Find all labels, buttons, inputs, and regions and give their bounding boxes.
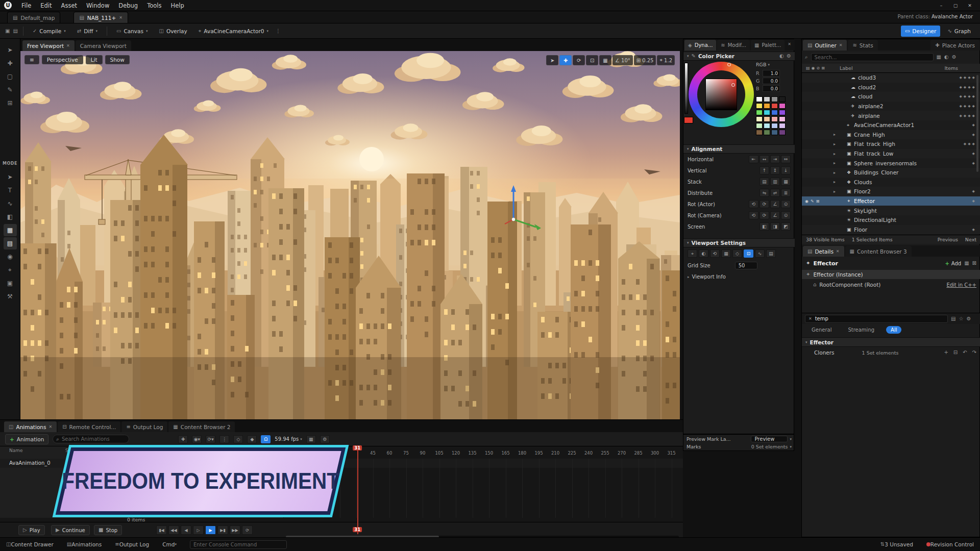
overlay-button[interactable]: ◫ Overlay (155, 26, 191, 37)
close-icon[interactable]: ✕ (48, 424, 52, 429)
gear-icon[interactable]: ⚙ (952, 55, 957, 60)
color-swatch[interactable] (779, 116, 786, 122)
outliner-row-AvaCineCameraActor1[interactable]: ⌖AvaCineCameraActor1◈ (802, 120, 980, 130)
filter-tracks-icon[interactable]: ✚ (178, 435, 188, 443)
filter-tab-all[interactable]: All (886, 326, 901, 334)
instance-row[interactable]: ✦ Effector (Instance) (802, 270, 980, 279)
animations-status-button[interactable]: ▤ Animations (67, 541, 102, 547)
viewport-menu-button[interactable]: ≡ (24, 55, 39, 64)
scale-icon[interactable]: ⊡ (586, 55, 598, 65)
transport-button[interactable]: ▶ (205, 525, 216, 535)
move-icon[interactable]: ✚ (559, 55, 572, 65)
outliner-search-input[interactable] (811, 53, 934, 61)
rgb-mode[interactable]: RGB ▾ (756, 62, 770, 67)
gear-icon[interactable]: ⚙ (966, 316, 971, 321)
gear-icon[interactable]: ⚙ (787, 54, 791, 59)
alignment-button[interactable]: ◩ (781, 222, 791, 231)
transport-button[interactable]: ▶▶ (230, 525, 240, 535)
rotate-icon[interactable]: ⟳ (573, 55, 585, 65)
color-picker-header[interactable]: ▾ ✎ Color Picker ◐ ⚙ (683, 52, 795, 61)
unreal-logo-icon[interactable]: U (4, 2, 12, 9)
viewport-tab[interactable]: Camera Viewport (76, 40, 131, 51)
outliner-row-cloud3[interactable]: ☁cloud3◈◈◈◈ (802, 73, 980, 83)
sv-selector[interactable] (731, 83, 735, 87)
play-button[interactable]: ▷Play (18, 525, 45, 535)
continue-button[interactable]: ▶Continue (51, 525, 90, 535)
expand-icon[interactable]: ▸ (834, 152, 839, 156)
hue-selector[interactable] (727, 63, 731, 66)
eye-icon[interactable]: ◉ (805, 199, 808, 204)
refresh-icon[interactable]: ⟳▾ (206, 435, 215, 443)
alignment-button[interactable]: ⟲ (749, 211, 758, 219)
cmd-dropdown[interactable]: Cmd▾ (162, 541, 177, 547)
angle-snap-icon[interactable]: ∠10° (612, 55, 633, 65)
compile-button[interactable]: ✓ Compile▾ (29, 26, 70, 37)
viewport-info-row[interactable]: ▸ Viewport Info (688, 274, 726, 280)
snap-magnet-icon[interactable]: Ω (261, 435, 271, 443)
expand-icon[interactable]: ▸ (834, 142, 839, 146)
alignment-header[interactable]: ▾Alignment (683, 144, 795, 154)
outliner-row-Effector[interactable]: ◉✎⊠✦Effector◈ (802, 196, 980, 206)
color-swatch[interactable] (756, 96, 763, 102)
camera-actor-button[interactable]: ⌖ AvaCineCameraActor0▾ (194, 26, 273, 37)
outliner-row-Floor2[interactable]: ▸▣Floor2◈ (802, 187, 980, 196)
alignment-button[interactable]: ▥ (770, 178, 780, 186)
bottom-tab[interactable]: ⊟Remote Control... (58, 421, 120, 432)
color-swatch[interactable] (779, 96, 786, 102)
fps-dropdown[interactable]: 59.94 fps▾ (275, 436, 302, 442)
camera-speed-icon[interactable]: ⌖1.2 (657, 55, 675, 65)
add-component-button[interactable]: +Add (945, 261, 961, 266)
document-tab[interactable]: ▤NAB_111+✕ (74, 12, 128, 23)
bottom-tab[interactable]: ◫Animations✕ (4, 421, 57, 432)
maximize-button[interactable]: ▢ (949, 1, 962, 10)
close-button[interactable]: ✕ (964, 1, 976, 10)
save-icon[interactable]: ▣ (5, 29, 10, 34)
viewport-setting-icon[interactable]: ◇ (732, 249, 742, 258)
surface-snap-icon[interactable]: ▦ (599, 55, 611, 65)
preview-select[interactable]: Preview (751, 436, 788, 442)
undo-icon[interactable]: ↶ (963, 350, 967, 355)
transport-button[interactable]: ◀ (181, 525, 191, 535)
color-swatch[interactable] (771, 116, 778, 122)
stop-button[interactable]: ■Stop (94, 525, 122, 535)
lit-button[interactable]: Lit (86, 55, 103, 64)
color-swatch[interactable] (771, 123, 778, 129)
viewport-setting-icon[interactable]: ∿ (755, 249, 765, 258)
color-swatch[interactable] (756, 130, 763, 135)
next-button[interactable]: Next (965, 237, 976, 242)
transport-button[interactable]: ▷ (193, 525, 204, 535)
motion-section-header[interactable]: ▾Effector (802, 337, 980, 347)
outliner-row-airplane2[interactable]: ✈airplane2◈◈◈◈ (802, 102, 980, 111)
close-icon[interactable]: ✕ (119, 15, 122, 20)
cloner-mode-icon[interactable]: ▤ (4, 237, 17, 249)
designer-button[interactable]: ▭ Designer (901, 26, 940, 37)
alignment-button[interactable]: ⊙ (781, 200, 791, 208)
color-swatch[interactable] (764, 110, 770, 115)
outliner-row-airplane[interactable]: ✈airplane◈◈◈◈ (802, 111, 980, 120)
channel-b[interactable]: B0.0 (756, 85, 780, 92)
perspective-button[interactable]: Perspective (42, 55, 83, 64)
menu-item-file[interactable]: File (17, 0, 36, 11)
redo-icon[interactable]: ↷ (972, 350, 976, 355)
color-swatch[interactable] (756, 116, 763, 122)
cloners-row[interactable]: Cloners 1 Set elements + ⊟ ↶ ↷ (802, 347, 980, 358)
filter-tab-general[interactable]: General (807, 326, 836, 334)
shade-mode-icon[interactable]: ◧ (4, 211, 17, 223)
alignment-button[interactable]: ◨ (770, 222, 780, 231)
expand-icon[interactable]: ▸ (834, 180, 839, 184)
previous-button[interactable]: Previous (938, 237, 958, 242)
lock-icon[interactable]: ⊠ (972, 261, 976, 266)
add-icon[interactable]: + (944, 350, 948, 355)
root-component-row[interactable]: ⌂ RootComponent (Root) Edit in C++ (802, 280, 980, 289)
graph-button[interactable]: ∿ Graph (943, 26, 975, 37)
menu-item-edit[interactable]: Edit (36, 0, 56, 11)
alignment-button[interactable]: ⇔ (781, 155, 791, 163)
menu-item-debug[interactable]: Debug (114, 0, 142, 11)
eyedropper-icon[interactable]: ✎ (692, 54, 696, 59)
revision-control-button[interactable]: Revision Control (926, 541, 974, 547)
color-swatch[interactable] (771, 96, 778, 102)
panel-tab[interactable]: ≋Modif... (717, 40, 750, 51)
transport-button[interactable]: ⟳ (242, 525, 253, 535)
transform-tool-icon[interactable]: ✚ (4, 57, 17, 69)
list-icon[interactable]: ▤ (951, 316, 955, 321)
